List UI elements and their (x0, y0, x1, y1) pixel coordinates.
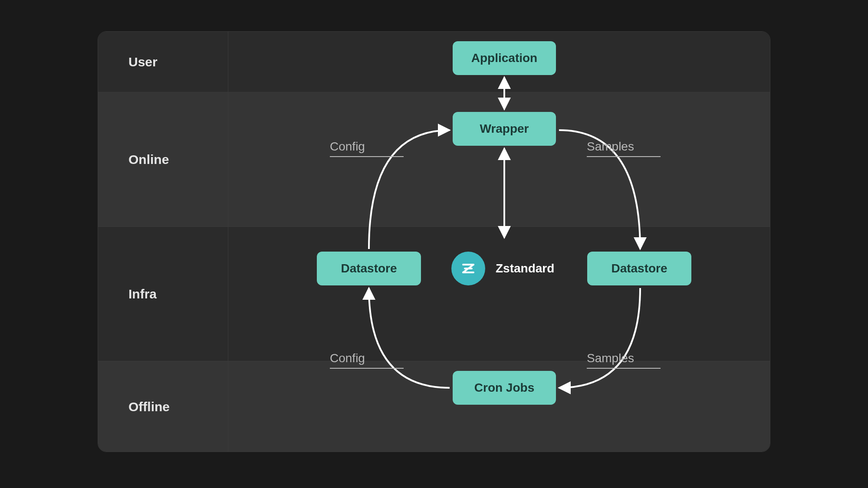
row-label-offline: Offline (98, 361, 228, 452)
row-label-online: Online (98, 92, 228, 226)
edge-label-samples-top: Samples (587, 140, 661, 157)
row-infra: Infra (98, 227, 770, 361)
layer-grid: User Online Infra Offline (98, 31, 770, 452)
row-user: User (98, 32, 770, 92)
row-offline: Offline (98, 361, 770, 452)
node-datastore-right: Datastore (587, 252, 691, 285)
zstandard-center: Zstandard (451, 252, 554, 285)
node-datastore-left: Datastore (317, 252, 421, 285)
row-label-infra: Infra (98, 227, 228, 361)
node-cron-jobs: Cron Jobs (453, 371, 556, 405)
row-online: Online (98, 92, 770, 227)
edge-label-samples-bot: Samples (587, 351, 661, 369)
row-label-user: User (98, 32, 228, 92)
edge-label-config-bot: Config (330, 351, 404, 369)
zstandard-label: Zstandard (496, 262, 554, 275)
node-wrapper: Wrapper (453, 112, 556, 146)
zstandard-icon (451, 252, 485, 285)
edge-label-config-top: Config (330, 140, 404, 157)
node-application: Application (453, 41, 556, 75)
